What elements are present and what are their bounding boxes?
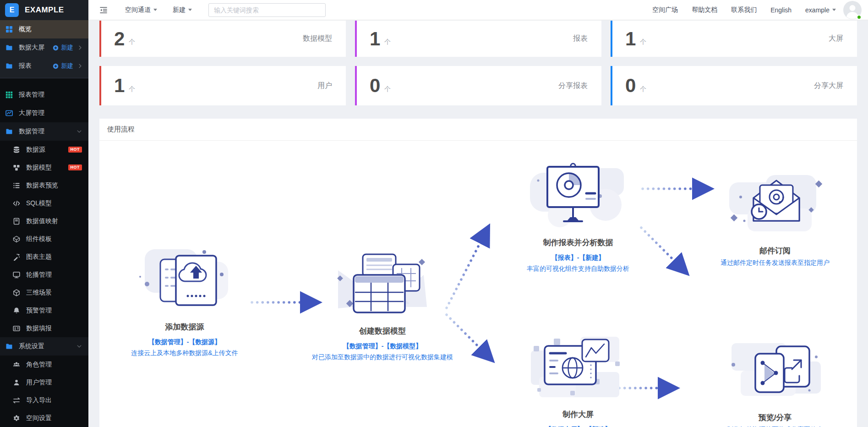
sidebar-item-screen-management[interactable]: 大屏管理 (0, 104, 88, 122)
usage-flow-panel: 使用流程 (99, 119, 857, 427)
flow-node-link[interactable]: 【报表】-【新建】 (477, 254, 679, 262)
sidebar-item-data-source[interactable]: 数据源HOT (0, 141, 88, 159)
flow-node-title: 预览/分享 (674, 412, 868, 423)
sidebar-new-button[interactable]: 新建 (53, 44, 73, 52)
sidebar-item-overview[interactable]: 概览 (0, 20, 88, 38)
stat-card: 1个大屏 (611, 21, 857, 57)
stat-label: 分享报表 (558, 81, 588, 91)
report-illustration (477, 159, 679, 230)
topbar-menu-create-new[interactable]: 新建 (173, 6, 192, 14)
topbar-menu-label: 空间通道 (125, 6, 151, 14)
sidebar-item-data-management[interactable]: 数据管理 (0, 122, 88, 141)
sidebar-item-label: 报表 (19, 62, 32, 70)
sidebar-item-component-template[interactable]: 组件模板 (0, 230, 88, 248)
sidebar-item-alert-management[interactable]: 预警管理 (0, 301, 88, 319)
sidebar-item-label: 数据大屏 (19, 44, 44, 52)
sidebar-item-import-export[interactable]: 导入导出 (0, 391, 88, 409)
online-status-dot (857, 15, 862, 20)
stat-card: 1个报表 (355, 21, 601, 57)
user-menu[interactable]: example (805, 6, 836, 14)
folder-icon (5, 44, 13, 51)
chartline-icon (5, 109, 13, 117)
logo-title: EXAMPLE (25, 5, 64, 15)
search-input[interactable] (208, 3, 326, 17)
stat-card: 0个分享报表 (355, 66, 601, 105)
topbar-link-space-plaza[interactable]: 空间广场 (652, 6, 678, 14)
screen-illustration (477, 331, 679, 402)
sidebar-item-sql-model[interactable]: SQL模型 (0, 194, 88, 212)
stat-unit: 个 (384, 85, 391, 93)
stat-value: 1 (114, 77, 125, 94)
stat-unit: 个 (640, 85, 646, 93)
sidebar-item-label: 数据模型 (26, 164, 52, 172)
avatar[interactable] (843, 1, 862, 19)
sidebar-item-user-management[interactable]: 用户管理 (0, 373, 88, 391)
caret-down-icon (832, 9, 836, 11)
sidebar-item-label: 系统设置 (19, 342, 44, 350)
bell-icon (13, 307, 20, 314)
sidebar-item-space-settings[interactable]: 空间设置 (0, 409, 88, 427)
stat-unit: 个 (129, 85, 135, 93)
sidebar-item-label: 用户管理 (26, 378, 52, 387)
stat-label: 用户 (317, 81, 332, 91)
caret-down-icon (188, 9, 192, 11)
topbar-link-language[interactable]: English (770, 6, 792, 14)
monitor-icon (13, 271, 20, 279)
topbar-right: 空间广场帮助文档联系我们English example (639, 1, 862, 19)
topbar-menu-label: 新建 (173, 6, 186, 14)
sidebar-item-label: 轮播管理 (26, 271, 52, 279)
sidebar-item-data-model[interactable]: 数据模型HOT (0, 159, 88, 176)
sidebar-item-label: 数据填报 (26, 324, 52, 333)
sidebar-item-label: 数据值映射 (26, 217, 58, 225)
sidebar-item-report-management[interactable]: 报表管理 (0, 86, 88, 104)
logo[interactable]: E EXAMPLE (0, 0, 88, 20)
sidebar-item-label: 数据管理 (19, 127, 44, 136)
collapse-sidebar-icon[interactable] (98, 4, 109, 16)
sidebar-new-label: 新建 (61, 62, 73, 70)
sidebar-item-data-value-mapping[interactable]: 数据值映射 (0, 212, 88, 230)
folder-icon (5, 62, 13, 70)
chevron-right-icon (77, 63, 83, 69)
model-illustration (282, 247, 483, 318)
flow-diagram: 添加数据源【数据管理】-【数据源】连接云上及本地多种数据源&上传文件创建数据模型… (99, 141, 857, 427)
sidebar-item-data-screens[interactable]: 数据大屏新建 (0, 38, 88, 57)
sidebar-item-role-management[interactable]: 角色管理 (0, 356, 88, 373)
sidebar-item-label: 组件模板 (26, 235, 52, 243)
sidebar-item-data-filling[interactable]: 数据填报 (0, 319, 88, 337)
sidebar-item-reports[interactable]: 报表新建 (0, 57, 88, 75)
stat-value: 1 (370, 30, 380, 48)
sidebar-item-carousel-management[interactable]: 轮播管理 (0, 266, 88, 284)
flow-node-add-data-source: 添加数据源【数据管理】-【数据源】连接云上及本地多种数据源&上传文件 (88, 243, 285, 357)
flow-node-desc: 连接云上及本地多种数据源&上传文件 (88, 349, 285, 357)
stat-card: 1个用户 (99, 66, 346, 105)
datasource-illustration (88, 243, 285, 314)
search-box (208, 3, 326, 17)
topbar-links: 空间广场帮助文档联系我们English (639, 6, 792, 14)
hot-badge: HOT (68, 164, 82, 170)
logo-icon: E (5, 3, 19, 17)
topbar-link-contact-us[interactable]: 联系我们 (731, 6, 757, 14)
sidebar-new-button[interactable]: 新建 (53, 62, 73, 70)
flow-node-link[interactable]: 【数据管理】-【数据模型】 (282, 342, 483, 350)
flow-node-desc: 对已添加至数据源中的数据进行可视化数据集建模 (282, 353, 483, 361)
content-area: 2个数据模型1个报表1个大屏1个用户0个分享报表0个分享大屏 使用流程 (88, 20, 868, 427)
stat-value: 1 (625, 30, 636, 48)
flow-node-title: 制作大屏 (477, 409, 679, 420)
topbar-menu-space-channel[interactable]: 空间通道 (125, 6, 157, 14)
topbar-link-help-docs[interactable]: 帮助文档 (692, 6, 717, 14)
sidebar-item-label: 三维场景 (26, 289, 52, 297)
sidebar-item-system-settings[interactable]: 系统设置 (0, 337, 88, 356)
sidebar-item-data-table-preview[interactable]: 数据表预览 (0, 176, 88, 194)
sidebar: E EXAMPLE 概览数据大屏新建报表新建报表管理大屏管理数据管理数据源HOT… (0, 0, 88, 427)
flow-node-title: 创建数据模型 (282, 326, 483, 336)
chevron-down-icon (76, 129, 82, 134)
panel-title: 使用流程 (99, 119, 857, 141)
database-icon (13, 146, 20, 153)
sidebar-item-chart-theme[interactable]: 图表主题 (0, 248, 88, 266)
sidebar-item-three-d-scene[interactable]: 三维场景 (0, 284, 88, 301)
stat-value: 2 (114, 30, 125, 48)
flow-node-link[interactable]: 【数据管理】-【数据源】 (88, 338, 285, 346)
sidebar-item-label: 报表管理 (19, 91, 44, 99)
sidebar-menu: 概览数据大屏新建报表新建报表管理大屏管理数据管理数据源HOT数据模型HOT数据表… (0, 20, 88, 427)
sidebar-item-label: 空间设置 (26, 414, 52, 422)
